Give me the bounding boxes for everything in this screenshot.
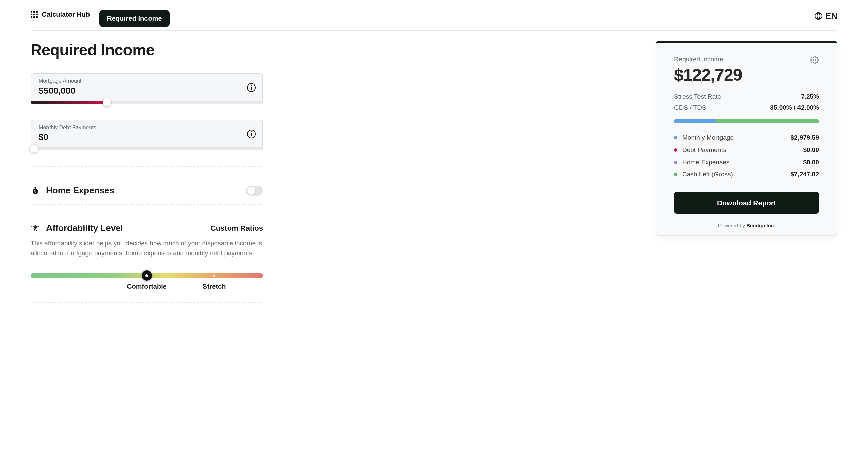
hub-label: Calculator Hub <box>42 11 90 18</box>
divider <box>31 302 263 303</box>
ratio-bar <box>674 119 819 123</box>
affordability-title: Affordability Level <box>46 223 123 233</box>
gds-tds-row: GDS / TDS 35.00% / 42.00% <box>674 104 819 111</box>
breakdown-name: Cash Left (Gross) <box>682 171 733 178</box>
mortgage-amount-label: Mortgage Amount <box>39 78 255 84</box>
language-code: EN <box>825 11 837 21</box>
home-expenses-section: Home Expenses <box>31 177 263 204</box>
bullet-icon <box>674 173 677 176</box>
breakdown-amount: $0.00 <box>803 158 819 166</box>
required-income-tab[interactable]: Required Income <box>99 10 169 27</box>
top-bar: Calculator Hub Required Income EN <box>31 0 837 31</box>
divider <box>31 166 263 167</box>
mortgage-amount-value: $500,000 <box>39 86 255 96</box>
weightlifter-icon <box>31 224 40 233</box>
page-title: Required Income <box>31 41 263 59</box>
monthly-debt-label: Monthly Debt Payments <box>39 125 255 131</box>
results-card: Required Income $122,729 Stress Test Rat… <box>656 41 837 236</box>
stress-test-label: Stress Test Rate <box>674 93 721 100</box>
tab-label: Required Income <box>107 15 162 22</box>
breakdown-list: Monthly Mortgage $2,979.59 Debt Payments… <box>674 132 819 181</box>
mortgage-amount-field[interactable]: Mortgage Amount $500,000 <box>31 73 263 101</box>
breakdown-name: Debt Payments <box>682 146 726 154</box>
mortgage-amount-slider[interactable] <box>31 101 263 104</box>
download-report-button[interactable]: Download Report <box>674 192 819 214</box>
gds-tds-label: GDS / TDS <box>674 104 706 111</box>
affordability-slider[interactable] <box>31 273 263 278</box>
powered-prefix: Powered by <box>718 223 746 228</box>
slider-thumb[interactable] <box>30 145 38 153</box>
monthly-debt-field[interactable]: Monthly Debt Payments $0 <box>31 120 263 147</box>
toggle-knob <box>247 187 255 195</box>
powered-company: Bendigi Inc. <box>746 223 775 228</box>
info-icon[interactable] <box>247 130 256 138</box>
breakdown-amount: $7,247.82 <box>790 171 819 178</box>
affordability-section-header: Affordability Level Custom Ratios <box>31 215 263 238</box>
affordability-label-comfortable: Comfortable <box>127 283 167 290</box>
affordability-label-stretch: Stretch <box>202 283 226 290</box>
affordability-thumb[interactable] <box>142 270 152 281</box>
gds-tds-value: 35.00% / 42.00% <box>770 104 819 111</box>
breakdown-name: Home Expenses <box>682 158 729 166</box>
required-income-value: $122,729 <box>674 65 742 85</box>
calculator-hub-tab[interactable]: Calculator Hub <box>31 11 90 28</box>
stress-test-value: 7.25% <box>801 93 819 100</box>
monthly-debt-value: $0 <box>39 132 255 143</box>
slider-thumb[interactable] <box>103 98 111 106</box>
custom-ratios-link[interactable]: Custom Ratios <box>211 224 263 233</box>
divider <box>31 204 263 205</box>
ratio-bar-segment-mortgage <box>674 119 716 123</box>
globe-icon <box>814 12 823 20</box>
money-bag-icon <box>31 186 40 195</box>
gear-icon[interactable] <box>810 56 819 64</box>
svg-point-1 <box>814 59 816 61</box>
bullet-icon <box>674 136 677 139</box>
powered-by: Powered by Bendigi Inc. <box>674 223 819 228</box>
breakdown-row-home: Home Expenses $0.00 <box>674 156 819 168</box>
breakdown-amount: $2,979.59 <box>790 134 819 142</box>
monthly-debt-slider[interactable] <box>31 147 263 150</box>
breakdown-row-mortgage: Monthly Mortgage $2,979.59 <box>674 132 819 144</box>
stress-test-row: Stress Test Rate 7.25% <box>674 93 819 100</box>
affordability-description: This affordability slider helps you deci… <box>31 238 263 258</box>
bullet-icon <box>674 148 677 152</box>
breakdown-row-cash: Cash Left (Gross) $7,247.82 <box>674 168 819 181</box>
bullet-icon <box>674 161 677 164</box>
language-selector[interactable]: EN <box>814 11 837 28</box>
breakdown-row-debt: Debt Payments $0.00 <box>674 144 819 156</box>
breakdown-name: Monthly Mortgage <box>682 134 734 142</box>
breakdown-amount: $0.00 <box>803 146 819 154</box>
info-icon[interactable] <box>247 83 256 92</box>
apps-grid-icon <box>31 11 38 18</box>
home-expenses-title: Home Expenses <box>46 185 114 196</box>
affordability-stretch-marker <box>213 275 215 277</box>
required-income-label: Required Income <box>674 56 742 63</box>
home-expenses-toggle[interactable] <box>246 186 263 196</box>
ratio-bar-segment-cash <box>716 119 819 123</box>
